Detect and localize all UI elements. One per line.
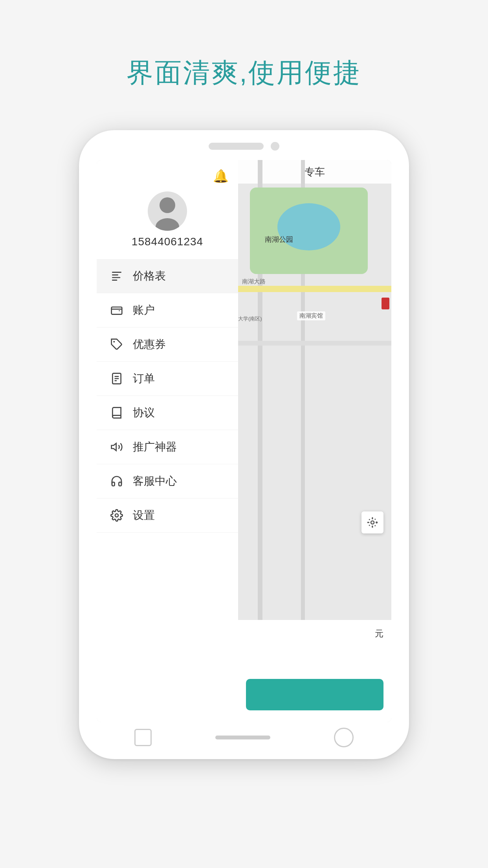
menu-label-coupon: 优惠券 [133,337,166,352]
svg-point-7 [113,341,115,342]
map-bottom-panel: 元 [238,620,391,722]
gps-button[interactable] [361,511,383,533]
wallet-icon [109,303,124,318]
drawer-panel: 🔔 15844061234 价格表 [97,160,238,722]
bell-icon[interactable]: 🔔 [213,169,229,184]
svg-rect-2 [112,272,121,273]
menu-item-customer-service[interactable]: 客服中心 [97,464,238,498]
svg-point-14 [371,521,374,524]
menu-label-settings: 设置 [133,508,155,523]
svg-rect-3 [112,274,118,276]
svg-rect-5 [112,280,117,281]
svg-point-13 [115,514,118,517]
menu-label-price-list: 价格表 [133,268,166,283]
map-background: 南湖公园 南湖大路 南湖宾馆 大学(南区) [238,160,391,722]
map-university-label: 大学(南区) [238,315,266,322]
gear-icon [109,508,124,523]
phone-camera [271,142,279,151]
menu-label-account: 账户 [133,303,155,318]
menu-item-account[interactable]: 账户 [97,293,238,327]
nav-home-button[interactable] [215,736,270,739]
list-icon [109,268,124,283]
menu-item-settings[interactable]: 设置 [97,498,238,533]
page-title: 界面清爽,使用便捷 [127,55,362,91]
confirm-button[interactable] [246,679,383,710]
avatar-section: 15844061234 [97,184,238,259]
map-panel: 专车 南湖公园 南湖大路 南湖宾馆 大学(南区 [238,160,391,722]
road-horizontal-2 [238,341,391,346]
map-park-label: 南湖公园 [265,235,293,244]
map-road-label: 南湖大路 [242,278,266,285]
avatar[interactable] [148,191,187,231]
file-icon [109,371,124,386]
map-red-marker [382,298,389,309]
svg-point-1 [156,218,179,231]
road-nanhu-dalu [238,286,391,292]
avatar-silhouette [148,191,187,231]
map-hotel-label: 南湖宾馆 [297,311,325,320]
menu-label-promotion: 推广神器 [133,440,177,454]
headset-icon [109,474,124,489]
menu-label-customer-service: 客服中心 [133,474,177,489]
nav-recent-button[interactable] [334,728,354,747]
menu-label-agreement: 协议 [133,405,155,420]
book-icon [109,405,124,420]
svg-rect-4 [112,277,120,278]
phone-shell: 🔔 15844061234 价格表 [79,130,409,759]
menu-item-orders[interactable]: 订单 [97,362,238,396]
menu-item-price-list[interactable]: 价格表 [97,259,238,293]
location-icon [366,516,379,529]
menu-item-promotion[interactable]: 推广神器 [97,430,238,464]
phone-screen: 🔔 15844061234 价格表 [97,160,391,722]
svg-point-15 [368,518,376,526]
svg-marker-12 [112,443,116,451]
menu-label-orders: 订单 [133,371,155,386]
phone-bottom-nav [79,728,409,747]
nav-back-button[interactable] [134,729,152,746]
phone-speaker [209,143,264,150]
megaphone-icon [109,440,124,454]
menu-list: 价格表 账户 优惠券 [97,259,238,722]
svg-rect-6 [112,307,122,314]
drawer-header: 🔔 [97,160,238,184]
svg-point-0 [160,197,175,213]
price-text: 元 [375,628,383,640]
menu-item-agreement[interactable]: 协议 [97,396,238,430]
menu-item-coupon[interactable]: 优惠券 [97,327,238,362]
tag-icon [109,337,124,352]
user-phone-number: 15844061234 [132,235,203,248]
phone-top-bar [209,142,279,151]
